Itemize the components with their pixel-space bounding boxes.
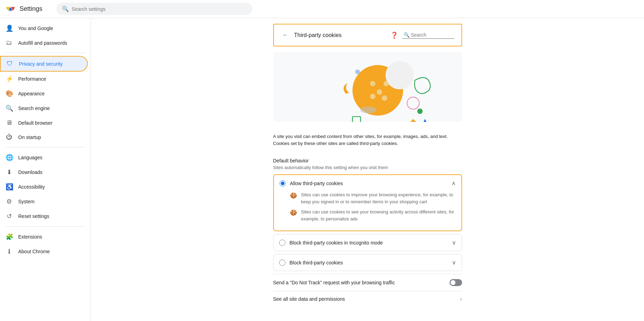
sidebar-label-on-startup: On startup: [18, 134, 41, 140]
sidebar-item-appearance[interactable]: 🎨 Appearance: [0, 86, 88, 101]
sidebar-item-system[interactable]: ⚙ System: [0, 194, 88, 209]
radio-input-block-incognito[interactable]: [279, 240, 285, 246]
radio-option-left-allow: Allow third-party cookies: [279, 180, 343, 187]
sidebar-item-on-startup[interactable]: ⏻ On startup: [0, 130, 88, 144]
sidebar-divider: [6, 53, 85, 53]
sidebar-icon-you-and-google: 👤: [6, 24, 13, 32]
radio-chevron-allow: ∧: [452, 180, 456, 187]
radio-input-block-all[interactable]: [279, 260, 285, 266]
site-data-label: See all site data and permissions: [273, 296, 345, 302]
sidebar-item-you-and-google[interactable]: 👤 You and Google: [0, 21, 88, 36]
svg-point-7: [377, 89, 382, 95]
do-not-track-label: Send a "Do Not Track" request with your …: [273, 280, 395, 285]
sidebar-icon-downloads: ⬇: [6, 168, 13, 176]
panel-search-input[interactable]: [411, 32, 453, 38]
sidebar-label-downloads: Downloads: [18, 169, 42, 175]
sidebar-item-languages[interactable]: 🌐 Languages: [0, 150, 88, 165]
sidebar-item-downloads[interactable]: ⬇ Downloads: [0, 165, 88, 180]
do-not-track-row: Send a "Do Not Track" request with your …: [273, 274, 462, 291]
main-content: ← Third-party cookies ❓ 🔍: [91, 18, 644, 321]
default-behavior-sub: Sites automatically follow this setting …: [273, 165, 462, 170]
sidebar-item-about-chrome[interactable]: ℹ About Chrome: [0, 244, 88, 259]
radio-detail-text: Sites can use cookies to see your browsi…: [301, 209, 456, 222]
sidebar-label-accessibility: Accessibility: [18, 184, 45, 190]
sidebar-label-about-chrome: About Chrome: [18, 249, 50, 254]
sidebar-icon-on-startup: ⏻: [6, 133, 13, 141]
sidebar-item-reset-settings[interactable]: ↺ Reset settings: [0, 209, 88, 224]
svg-point-5: [385, 61, 414, 89]
sidebar-icon-accessibility: ♿: [6, 183, 13, 191]
sidebar-label-appearance: Appearance: [18, 91, 45, 96]
svg-point-9: [370, 94, 375, 99]
content-area: A site you visit can embed content from …: [273, 127, 462, 307]
radio-label-allow: Allow third-party cookies: [290, 181, 343, 186]
sidebar-label-you-and-google: You and Google: [18, 25, 53, 31]
sidebar-item-privacy[interactable]: 🛡 Privacy and security: [0, 56, 88, 72]
svg-marker-17: [420, 119, 430, 122]
back-button[interactable]: ←: [281, 30, 290, 40]
sidebar-label-reset-settings: Reset settings: [18, 213, 49, 219]
sidebar-icon-system: ⚙: [6, 198, 13, 205]
radio-option-header-block-incognito: Block third-party cookies in Incognito m…: [274, 234, 462, 251]
sidebar-icon-search-engine: 🔍: [6, 104, 13, 112]
svg-point-8: [383, 81, 389, 86]
sidebar-item-autofill[interactable]: 🗂 Autofill and passwords: [0, 36, 88, 50]
toggle-thumb: [451, 280, 455, 285]
sidebar-item-performance[interactable]: ⚡ Performance: [0, 72, 88, 86]
sidebar-icon-default-browser: 🖥: [6, 119, 13, 126]
svg-point-14: [407, 97, 419, 109]
do-not-track-toggle[interactable]: [450, 279, 462, 286]
radio-option-block-all[interactable]: Block third-party cookies ∨: [273, 254, 462, 271]
topbar-search[interactable]: 🔍: [56, 3, 252, 15]
sidebar-label-search-engine: Search engine: [18, 105, 50, 111]
radio-option-block-incognito[interactable]: Block third-party cookies in Incognito m…: [273, 234, 462, 251]
sidebar-label-default-browser: Default browser: [18, 120, 52, 126]
radio-option-allow[interactable]: Allow third-party cookies ∧ 🍪 Sites can …: [273, 174, 462, 231]
svg-point-6: [370, 81, 375, 86]
search-icon: 🔍: [62, 6, 69, 12]
radio-chevron-block-incognito: ∨: [452, 239, 456, 246]
sidebar-icon-privacy: 🛡: [6, 60, 13, 67]
sidebar-icon-performance: ⚡: [6, 75, 13, 83]
radio-label-block-incognito: Block third-party cookies in Incognito m…: [290, 240, 383, 246]
sidebar-label-autofill: Autofill and passwords: [18, 40, 67, 46]
radio-option-header-block-all: Block third-party cookies ∨: [274, 254, 462, 271]
site-data-link[interactable]: See all site data and permissions ›: [273, 291, 462, 307]
sidebar-item-default-browser[interactable]: 🖥 Default browser: [0, 116, 88, 130]
panel-header: ← Third-party cookies ❓ 🔍: [273, 24, 462, 46]
radio-option-left-block-incognito: Block third-party cookies in Incognito m…: [279, 240, 383, 246]
help-button[interactable]: ❓: [390, 31, 398, 39]
app-title: Settings: [20, 5, 42, 13]
svg-point-15: [417, 109, 422, 114]
cookie-illustration: [273, 52, 462, 122]
sidebar-label-languages: Languages: [18, 155, 42, 160]
radio-label-block-all: Block third-party cookies: [290, 260, 343, 265]
panel-search-bar[interactable]: 🔍: [402, 31, 454, 39]
sidebar-label-extensions: Extensions: [18, 234, 42, 240]
cookie-description: A site you visit can embed content from …: [273, 127, 462, 152]
radio-input-allow[interactable]: [279, 180, 286, 187]
sidebar-icon-reset-settings: ↺: [6, 212, 13, 220]
sidebar-item-search-engine[interactable]: 🔍 Search engine: [0, 101, 88, 116]
chevron-right-icon: ›: [460, 296, 462, 302]
svg-marker-16: [408, 119, 418, 122]
radio-detail-text: Sites can use cookies to improve your br…: [301, 191, 456, 205]
sidebar-label-privacy: Privacy and security: [19, 61, 63, 67]
sidebar-icon-languages: 🌐: [6, 154, 13, 161]
svg-point-11: [355, 70, 360, 74]
sidebar-item-extensions[interactable]: 🧩 Extensions: [0, 229, 88, 244]
sidebar-item-accessibility[interactable]: ♿ Accessibility: [0, 180, 88, 194]
chrome-logo: [6, 4, 15, 14]
svg-point-12: [360, 107, 376, 113]
sidebar: 👤 You and Google 🗂 Autofill and password…: [0, 18, 91, 321]
cookie-detail-icon: 🍪: [290, 209, 297, 216]
search-input[interactable]: [72, 6, 247, 12]
svg-rect-13: [352, 117, 360, 122]
radio-detail: 🍪 Sites can use cookies to see your brow…: [290, 209, 456, 222]
sidebar-divider: [6, 147, 85, 147]
sidebar-divider: [6, 226, 85, 227]
sidebar-label-performance: Performance: [18, 76, 46, 82]
default-behavior-header: Default behavior: [273, 158, 462, 163]
panel-title: Third-party cookies: [294, 32, 390, 38]
panel-search-icon: 🔍: [404, 32, 410, 38]
